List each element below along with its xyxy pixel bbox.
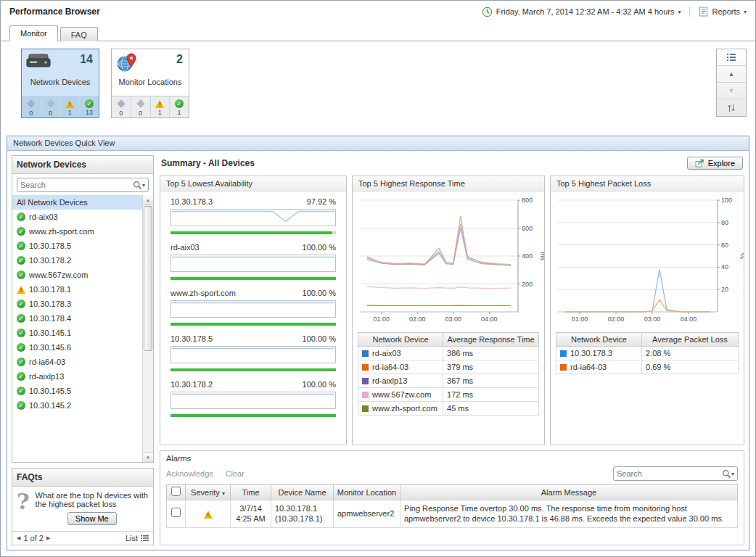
- device-item-10-30-178-5[interactable]: 10.30.178.5: [12, 239, 142, 253]
- column-header-device-name[interactable]: Device Name: [271, 484, 334, 500]
- svg-text:20: 20: [721, 286, 728, 293]
- scrollbar-down-icon[interactable]: ▼: [143, 452, 153, 462]
- device-item-10-30-145-2[interactable]: 10.30.145.2: [12, 398, 142, 413]
- device-name: rd-ia64-03: [570, 363, 607, 371]
- status-cell[interactable]: 1: [60, 96, 80, 117]
- sort-icon[interactable]: [717, 99, 746, 116]
- response-time-panel: Top 5 Highest Response Time 200400600800…: [352, 176, 545, 445]
- alarms-table: Severity ▾ Time Device Name Monitor Loca…: [166, 484, 738, 528]
- reports-menu[interactable]: Reports: [712, 7, 740, 16]
- device-item-10-30-178-1[interactable]: 10.30.178.1: [12, 282, 142, 297]
- status-cell[interactable]: 0: [131, 96, 150, 117]
- device-name: rd-ia64-03: [372, 363, 408, 371]
- header-controls: Friday, March 7, 2014 12:32 AM - 4:32 AM…: [482, 7, 747, 17]
- search-icon[interactable]: [133, 181, 142, 190]
- availability-bar-fill: [170, 323, 336, 326]
- status-cell[interactable]: 0: [22, 96, 41, 117]
- clear-button[interactable]: Clear: [225, 469, 244, 478]
- tile-options-icon[interactable]: [717, 49, 746, 66]
- device-item-10-30-145-5[interactable]: 10.30.145.5: [12, 384, 142, 398]
- clock-icon: [482, 7, 493, 17]
- device-item-www-567zw-com[interactable]: www.567zw.com: [12, 268, 142, 282]
- alarm-row[interactable]: 3/7/14 4:25 AM 10.30.178.1 (10.30.178.1)…: [167, 500, 738, 528]
- availability-value: 100.00 %: [303, 243, 336, 252]
- tile-network-devices[interactable]: 14 Network Devices 00113: [21, 49, 99, 118]
- device-status-icon: [17, 271, 25, 279]
- series-swatch: [560, 364, 567, 371]
- device-status-icon: [17, 401, 25, 410]
- scrollbar-up-icon[interactable]: ▲: [143, 195, 153, 205]
- device-item-www-zh-sport-com[interactable]: www.zh-sport.com: [12, 224, 142, 239]
- availability-entry: 10.30.178.2 100.00 %: [160, 374, 346, 420]
- status-cell[interactable]: 0: [41, 96, 60, 117]
- device-search-input[interactable]: [20, 181, 133, 189]
- status-cell[interactable]: 0: [112, 96, 131, 117]
- device-item-rd-ia64-03[interactable]: rd-ia64-03: [12, 355, 142, 369]
- device-item-10-30-145-6[interactable]: 10.30.145.6: [12, 340, 142, 355]
- tile-status-strip: 0011: [112, 96, 189, 117]
- time-range-selector[interactable]: Friday, March 7, 2014 12:32 AM - 4:32 AM…: [496, 7, 675, 16]
- device-label: www.567zw.com: [29, 271, 88, 279]
- severity-filter-caret-icon[interactable]: ▾: [222, 490, 225, 497]
- severity-icon: [46, 99, 54, 107]
- status-cell[interactable]: 1: [150, 96, 170, 117]
- faqts-question: What are the top N devices with the high…: [36, 491, 149, 508]
- device-item-10-30-178-4[interactable]: 10.30.178.4: [12, 311, 142, 326]
- device-list-scrollbar[interactable]: ▲ ▼: [142, 195, 153, 462]
- pager-label: 1 of 2: [23, 534, 44, 542]
- search-icon[interactable]: [722, 469, 731, 479]
- pager-next-icon[interactable]: ▶: [46, 535, 50, 541]
- response-time-panel-title: Top 5 Highest Response Time: [353, 176, 544, 191]
- device-label: 10.30.178.4: [29, 314, 71, 323]
- explore-label: Explore: [708, 159, 735, 168]
- tile-sort-toolbar: ▲ ▼: [716, 49, 747, 117]
- pager-prev-icon[interactable]: ◀: [17, 535, 20, 541]
- svg-text:02:00: 02:00: [409, 315, 426, 323]
- alarms-search-input[interactable]: [617, 469, 722, 478]
- list-icon: [141, 535, 149, 542]
- tab-faq[interactable]: FAQ: [60, 27, 98, 41]
- packet-loss-panel-title: Top 5 Highest Packet Loss: [551, 176, 744, 191]
- device-item-10-30-145-1[interactable]: 10.30.145.1: [12, 326, 142, 340]
- alarm-row-checkbox[interactable]: [171, 508, 181, 517]
- faqts-title: FAQts: [12, 469, 153, 487]
- availability-device-name: 10.30.178.5: [170, 334, 213, 343]
- status-cell[interactable]: 1: [169, 96, 189, 117]
- device-label: 10.30.145.1: [29, 329, 71, 337]
- scrollbar-thumb[interactable]: [144, 206, 152, 351]
- device-item-all-network-devices[interactable]: All Network Devices: [12, 195, 142, 210]
- select-all-checkbox[interactable]: [171, 487, 181, 496]
- availability-device-name: 10.30.178.2: [170, 380, 213, 389]
- tile-monitor-locations[interactable]: 2 Monitor Locations 0011: [111, 49, 189, 118]
- device-label: 10.30.178.3: [29, 300, 71, 308]
- column-header-alarm-message[interactable]: Alarm Message: [400, 484, 738, 500]
- device-item-rd-aix03[interactable]: rd-aix03: [12, 210, 142, 224]
- tab-monitor[interactable]: Monitor: [9, 25, 58, 41]
- column-header-time[interactable]: Time: [231, 484, 271, 500]
- time-range-caret-icon[interactable]: ▾: [678, 9, 681, 15]
- search-options-caret-icon[interactable]: ▾: [731, 471, 734, 477]
- faqts-list-toggle[interactable]: List: [126, 534, 149, 542]
- explore-button[interactable]: Explore: [687, 157, 743, 170]
- availability-value: 100.00 %: [303, 334, 336, 343]
- severity-icon: [27, 99, 35, 107]
- svg-text:400: 400: [522, 252, 533, 260]
- column-header-monitor-location[interactable]: Monitor Location: [334, 484, 400, 500]
- show-me-button[interactable]: Show Me: [67, 512, 117, 525]
- packet-loss-row: 10.30.178.3 2.08 %: [556, 347, 739, 360]
- svg-text:02:00: 02:00: [608, 315, 625, 323]
- status-cell[interactable]: 13: [79, 96, 99, 117]
- globe-pin-icon: [116, 53, 138, 73]
- availability-entry: 10.30.178.5 100.00 %: [160, 329, 346, 374]
- acknowledge-button[interactable]: Acknowledge: [166, 469, 213, 478]
- availability-bar: [170, 368, 336, 371]
- scroll-up-icon[interactable]: ▲: [717, 66, 746, 83]
- reports-caret-icon[interactable]: ▾: [744, 9, 747, 15]
- scroll-down-icon[interactable]: ▼: [717, 83, 746, 99]
- device-item-rd-aixlp13[interactable]: rd-aixlp13: [12, 369, 142, 384]
- column-header-severity[interactable]: Severity ▾: [186, 484, 231, 500]
- device-item-10-30-178-3[interactable]: 10.30.178.3: [12, 297, 142, 311]
- search-options-caret-icon[interactable]: ▾: [142, 182, 145, 189]
- device-item-10-30-178-2[interactable]: 10.30.178.2: [12, 253, 142, 268]
- severity-count: 0: [112, 110, 131, 117]
